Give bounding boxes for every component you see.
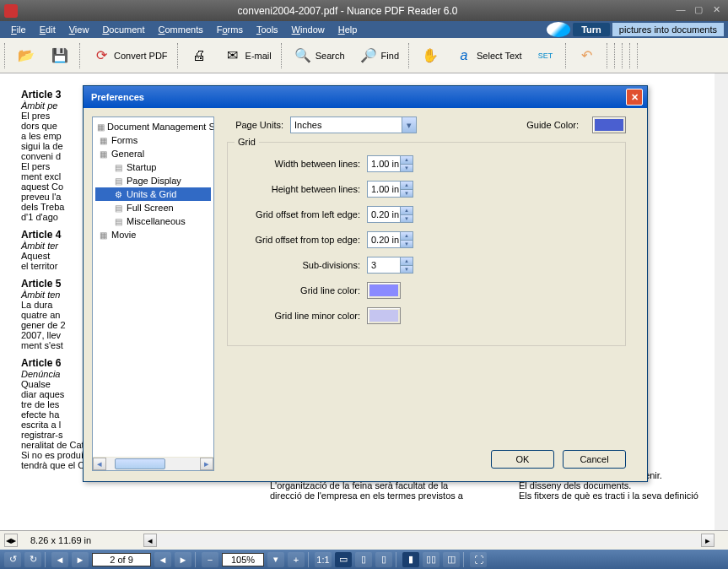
menu-comments[interactable]: Comments <box>152 24 210 35</box>
printer-icon: 🖨 <box>189 46 209 66</box>
tree-item[interactable]: ▤Startup <box>95 160 211 174</box>
zoom-out-icon[interactable]: − <box>202 552 218 567</box>
set-button[interactable]: SET <box>531 44 560 68</box>
grid-spinner[interactable]: 1.00 in ▲▼ <box>367 155 413 172</box>
turn-button[interactable]: Turn <box>573 23 610 36</box>
swoosh-icon <box>547 22 570 37</box>
tree-scrollbar[interactable]: ◂ ▸ <box>93 457 213 470</box>
window-titlebar: conveni2004-2007.pdf - Nuance PDF Reader… <box>0 0 728 21</box>
prev-page-icon[interactable]: ◄ <box>51 552 68 567</box>
grid-spinner[interactable]: 1.00 in ▲▼ <box>367 181 413 198</box>
dialog-title: Preferences <box>88 92 626 102</box>
hand-icon: ✋ <box>420 46 440 66</box>
fullscreen-icon[interactable]: ⛶ <box>470 552 487 567</box>
grid-minor-color-button[interactable] <box>367 307 401 324</box>
panel-toggle-icon[interactable]: ◀▶ <box>4 534 18 547</box>
spin-up-icon[interactable]: ▲ <box>400 257 413 266</box>
grid-spinner[interactable]: 0.20 in ▲▼ <box>367 206 413 223</box>
menu-forms[interactable]: Forms <box>210 24 250 35</box>
zoom-dropdown-icon[interactable]: ▾ <box>267 552 284 567</box>
search-button[interactable]: 🔍Search <box>289 44 349 68</box>
menu-view[interactable]: View <box>62 24 96 35</box>
grid-row-label: Grid offset from left edge: <box>240 209 367 219</box>
spin-down-icon[interactable]: ▼ <box>400 241 413 248</box>
grid-row-label: Grid offset from top edge: <box>240 235 367 245</box>
menu-tools[interactable]: Tools <box>250 24 285 35</box>
spin-down-icon[interactable]: ▼ <box>400 215 413 223</box>
actual-size-icon[interactable]: 1:1 <box>315 552 332 567</box>
facing-icon[interactable]: ◫ <box>443 552 460 567</box>
cancel-button[interactable]: Cancel <box>563 450 626 469</box>
scroll-right-icon[interactable]: ▸ <box>200 458 213 470</box>
tree-item[interactable]: ⚙Units & Grid <box>95 187 211 201</box>
guide-color-label: Guide Color: <box>526 120 585 130</box>
scroll-right-icon[interactable]: ▸ <box>701 534 715 547</box>
scroll-thumb[interactable] <box>115 458 165 469</box>
turn-promo[interactable]: Turn pictures into documents <box>547 22 724 37</box>
grid-spinner[interactable]: 3 ▲▼ <box>367 257 413 274</box>
fit-width-icon[interactable]: ▯ <box>355 552 372 567</box>
spin-up-icon[interactable]: ▲ <box>400 207 413 215</box>
fit-visible-icon[interactable]: ▯ <box>375 552 392 567</box>
tree-item[interactable]: ▤Page Display <box>95 174 211 187</box>
undo-button[interactable]: ↶ <box>573 44 601 68</box>
tree-item[interactable]: ▦Movie <box>95 228 211 241</box>
last-page-icon[interactable]: ► <box>175 552 191 567</box>
select-text-button[interactable]: aSelect Text <box>450 44 526 68</box>
find-button[interactable]: 🔎Find <box>354 44 403 68</box>
spin-down-icon[interactable]: ▼ <box>400 190 413 198</box>
tree-item[interactable]: ▦General <box>95 147 211 160</box>
menu-window[interactable]: Window <box>285 24 332 35</box>
maximize-icon[interactable]: ▢ <box>691 4 706 17</box>
zoom-input[interactable] <box>222 553 264 566</box>
toolbar: 📂 💾 ⟳Convert PDF 🖨 ✉E-mail 🔍Search 🔎Find… <box>0 38 728 73</box>
dialog-titlebar[interactable]: Preferences ✕ <box>84 86 647 108</box>
fit-page-icon[interactable]: ▭ <box>335 552 352 567</box>
tree-item[interactable]: ▤Miscellaneous <box>95 214 211 228</box>
single-page-icon[interactable]: ▮ <box>402 552 419 567</box>
tree-item[interactable]: ▤Full Screen <box>95 201 211 214</box>
hand-tool-button[interactable]: ✋ <box>416 44 445 68</box>
spin-down-icon[interactable]: ▼ <box>400 266 413 274</box>
spin-up-icon[interactable]: ▲ <box>400 182 413 190</box>
page-icon: ▦ <box>97 229 109 241</box>
next-page-icon[interactable]: ► <box>72 552 89 567</box>
guide-color-button[interactable] <box>592 117 626 133</box>
email-button[interactable]: ✉E-mail <box>218 44 276 68</box>
menu-document[interactable]: Document <box>95 24 151 35</box>
convert-pdf-button[interactable]: ⟳Convert PDF <box>87 44 172 68</box>
ok-button[interactable]: OK <box>491 450 554 469</box>
rotate-cw-icon[interactable]: ↻ <box>24 552 41 567</box>
tree-item[interactable]: ▦Forms <box>95 133 211 147</box>
minimize-icon[interactable]: — <box>673 4 688 17</box>
grid-spinner[interactable]: 0.20 in ▲▼ <box>367 231 413 248</box>
rotate-ccw-icon[interactable]: ↺ <box>4 552 21 567</box>
spin-up-icon[interactable]: ▲ <box>400 232 413 241</box>
first-page-icon[interactable]: ◄ <box>154 552 171 567</box>
continuous-icon[interactable]: ▯▯ <box>423 552 439 567</box>
close-window-icon[interactable]: ✕ <box>709 4 724 17</box>
spin-down-icon[interactable]: ▼ <box>400 165 413 172</box>
scroll-left-icon[interactable]: ◂ <box>143 534 157 547</box>
vertical-scrollbar[interactable] <box>715 73 728 530</box>
save-button[interactable]: 💾 <box>46 44 74 68</box>
binoculars-icon: 🔍 <box>293 46 313 66</box>
print-button[interactable]: 🖨 <box>185 44 213 68</box>
spin-up-icon[interactable]: ▲ <box>400 156 413 165</box>
horizontal-scrollbar[interactable]: ◂ ▸ <box>143 534 715 547</box>
open-button[interactable]: 📂 <box>12 44 40 68</box>
page-input[interactable] <box>92 553 151 566</box>
menu-edit[interactable]: Edit <box>33 24 62 35</box>
dropdown-arrow-icon[interactable]: ▾ <box>402 117 416 133</box>
zoom-in-icon[interactable]: + <box>288 552 305 567</box>
grid-line-color-button[interactable] <box>367 282 401 299</box>
turn-text: pictures into documents <box>612 23 724 36</box>
category-tree: ▦Document Management S▦Forms▦General▤Sta… <box>92 117 214 471</box>
page-units-dropdown[interactable]: Inches ▾ <box>290 117 417 133</box>
tree-item[interactable]: ▦Document Management S <box>95 120 211 133</box>
scroll-left-icon[interactable]: ◂ <box>93 458 106 470</box>
menu-file[interactable]: File <box>4 24 33 35</box>
dialog-close-icon[interactable]: ✕ <box>626 89 643 106</box>
menu-help[interactable]: Help <box>332 24 364 35</box>
page-units-label: Page Units: <box>227 120 290 130</box>
